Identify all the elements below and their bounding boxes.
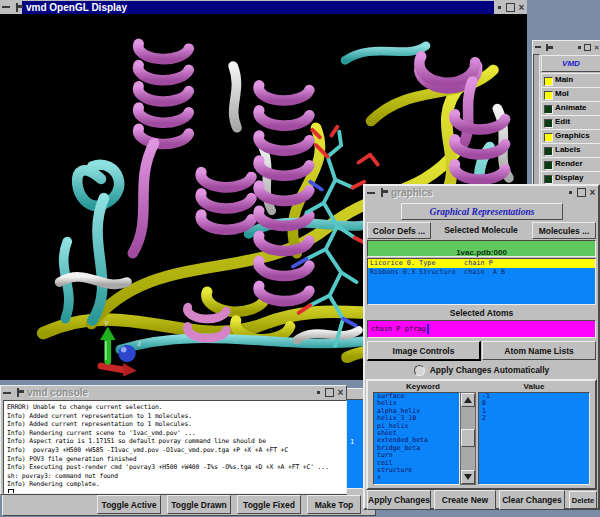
- maximize-icon[interactable]: [576, 187, 587, 198]
- atom-name-lists-tab[interactable]: Atom Name Lists: [482, 341, 596, 360]
- clear-changes-button[interactable]: Clear Changes: [499, 490, 565, 510]
- axis-y-label: y: [104, 317, 109, 326]
- menu-icon[interactable]: [575, 42, 583, 53]
- keyword-item[interactable]: x: [374, 474, 459, 481]
- keyword-header: Keyword: [373, 382, 473, 391]
- toggle-drawn-button[interactable]: Toggle Drawn: [167, 495, 231, 514]
- apply-changes-button[interactable]: Apply Changes: [367, 490, 431, 510]
- vmd-logo-button[interactable]: VMD: [541, 55, 600, 72]
- iconify-icon[interactable]: [0, 2, 11, 13]
- representation-list[interactable]: Licorice 0. Type chain P Ribbons 0.3 Str…: [367, 258, 596, 305]
- auto-apply-label: Apply Changes Automatically: [430, 365, 550, 375]
- value-item[interactable]: 1: [479, 408, 589, 415]
- image-controls-tab[interactable]: Image Controls: [367, 341, 481, 361]
- keyword-list[interactable]: surface helix alpha_helix helix_3_10 pi_…: [373, 392, 460, 485]
- auto-apply-row[interactable]: Apply Changes Automatically: [365, 363, 598, 377]
- led-icon: [544, 161, 553, 170]
- maximize-icon[interactable]: [583, 42, 592, 53]
- graphics-window: graphics × Graphical Representations Col…: [363, 184, 600, 510]
- graphical-representations-heading: Graphical Representations: [401, 203, 563, 220]
- console-output[interactable]: ERROR) Unable to change current selectio…: [3, 400, 347, 494]
- menu-icon[interactable]: [494, 2, 505, 13]
- menu-icon[interactable]: [565, 187, 576, 198]
- console-line: Info) Rendering complete.: [7, 480, 346, 489]
- console-line: Info) Added current representation to 1 …: [7, 420, 346, 429]
- pin-icon[interactable]: [542, 42, 551, 53]
- menu-main-button[interactable]: Main: [541, 73, 600, 88]
- maximize-icon[interactable]: [505, 2, 516, 13]
- close-icon[interactable]: ×: [592, 42, 600, 53]
- value-item[interactable]: -1: [479, 393, 589, 400]
- make-top-button[interactable]: Make Top: [307, 495, 361, 514]
- scroll-thumb[interactable]: [461, 429, 475, 447]
- text-cursor: [427, 324, 429, 334]
- menu-graphics-button[interactable]: Graphics: [541, 129, 600, 144]
- pin-icon[interactable]: [376, 187, 387, 198]
- keyword-item[interactable]: structure: [374, 467, 459, 474]
- color-defs-button[interactable]: Color Defs ...: [367, 222, 431, 239]
- menu-mol-button[interactable]: Mol: [541, 87, 600, 102]
- menu-icon[interactable]: [313, 387, 324, 398]
- console-line: Info) Added current representation to 1 …: [7, 412, 346, 421]
- delete-button[interactable]: Delete: [569, 491, 597, 509]
- led-icon: [544, 91, 553, 100]
- selected-atoms-label: Selected Atoms: [365, 308, 598, 318]
- console-line: Info) POV3 file generation finished: [7, 455, 346, 464]
- led-icon: [544, 77, 553, 86]
- window-title: vmd console: [23, 386, 313, 399]
- led-icon: [544, 119, 553, 128]
- console-window: vmd console × ERROR) Unable to change cu…: [0, 385, 347, 495]
- vmd-logo: VMD: [562, 59, 580, 68]
- selected-molecule-label: Selected Molecule: [435, 225, 527, 235]
- toggle-fixed-button[interactable]: Toggle Fixed: [237, 495, 301, 514]
- create-new-button[interactable]: Create New: [434, 490, 496, 510]
- led-icon: [544, 133, 553, 142]
- selected-atoms-input[interactable]: chain P pfrag: [367, 320, 596, 338]
- close-icon[interactable]: ×: [335, 387, 346, 398]
- value-item[interactable]: 0: [479, 400, 589, 407]
- scroll-down-button[interactable]: [461, 470, 475, 484]
- maximize-icon[interactable]: [324, 387, 335, 398]
- iconify-icon[interactable]: [365, 187, 376, 198]
- vmd-main-panel: × VMD Main Mol Animate Edit Graphics Lab…: [532, 40, 600, 192]
- iconify-icon[interactable]: [1, 387, 12, 398]
- panel-grip[interactable]: [533, 54, 540, 189]
- menu-render-button[interactable]: Render: [541, 157, 600, 172]
- close-icon[interactable]: ×: [587, 187, 598, 198]
- value-list[interactable]: -1 0 1 2: [478, 392, 590, 485]
- graphics-titlebar[interactable]: graphics ×: [365, 186, 598, 199]
- led-icon: [544, 147, 553, 156]
- main-panel-titlebar[interactable]: ×: [533, 41, 600, 53]
- console-line: sh: povray3: command not found: [7, 472, 346, 481]
- radio-icon[interactable]: [414, 365, 425, 376]
- representation-row[interactable]: Ribbons 0.3 Structure chain A B: [368, 268, 595, 277]
- console-line: Info) Rendering current scene to '1vac_v…: [7, 429, 346, 438]
- iconify-icon[interactable]: [533, 42, 542, 53]
- console-cursor: [8, 489, 14, 494]
- keyword-value-panel: Keyword Value surface helix alpha_helix …: [366, 379, 597, 490]
- window-title: graphics: [387, 186, 565, 199]
- window-title: vmd OpenGL Display: [22, 1, 494, 14]
- pin-icon[interactable]: [12, 387, 23, 398]
- scroll-up-button[interactable]: [461, 393, 475, 407]
- representation-row-selected[interactable]: Licorice 0. Type chain P: [368, 259, 595, 268]
- desktop: vmd OpenGL Display ×: [0, 0, 600, 517]
- menu-animate-button[interactable]: Animate: [541, 101, 600, 116]
- axis-z-label: z: [137, 339, 142, 348]
- toggle-active-button[interactable]: Toggle Active: [97, 495, 161, 514]
- menu-labels-button[interactable]: Labels: [541, 143, 600, 158]
- selected-molecule-bar[interactable]: 1vac.pdb:000: [367, 240, 596, 257]
- led-icon: [544, 175, 553, 184]
- menu-edit-button[interactable]: Edit: [541, 115, 600, 130]
- close-icon[interactable]: ×: [516, 2, 527, 13]
- console-line: Info) Executing post-render cmd 'povray3…: [7, 463, 346, 472]
- keyword-scrollbar[interactable]: [460, 392, 476, 485]
- opengl-titlebar[interactable]: vmd OpenGL Display ×: [0, 0, 527, 14]
- value-header: Value: [478, 382, 590, 391]
- molecules-button[interactable]: Molecules ...: [532, 222, 596, 239]
- value-item[interactable]: 2: [479, 415, 589, 422]
- console-titlebar[interactable]: vmd console ×: [1, 386, 346, 399]
- console-line: Info) Aspect ratio is 1.17151 so default…: [7, 437, 346, 446]
- console-line: ERROR) Unable to change current selectio…: [7, 403, 346, 412]
- pin-icon[interactable]: [11, 2, 22, 13]
